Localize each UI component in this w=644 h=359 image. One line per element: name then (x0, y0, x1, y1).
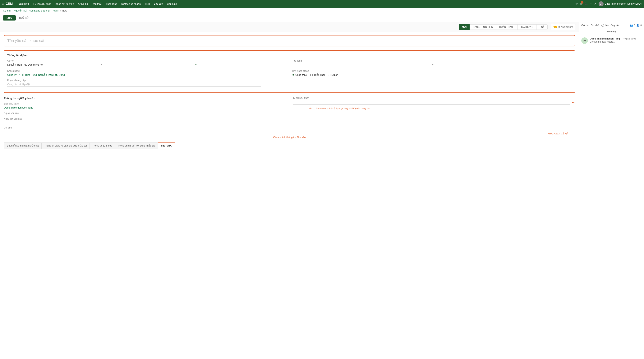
title-section (4, 35, 575, 47)
user-menu[interactable]: OT Odoo Implemenation Tung (VIETAN) (598, 1, 642, 6)
nav-menu-item-khảo-sát-thiết-kế[interactable]: Khảo sát thiết kế (54, 2, 76, 6)
status-step-0[interactable]: MỚI (459, 24, 470, 30)
hop-dong-col: Hợp đồng ▾ (292, 60, 572, 67)
co-hoi-field[interactable]: Nguyễn Trần Hữu Đăng's cơ hội ▾ ✎ (7, 63, 287, 67)
tab-item-2[interactable]: Thông tin từ Sales (90, 143, 115, 149)
khach-hang-value[interactable]: Công Ty TNHH Tùng Tùng, Nguyễn Trần Hữu … (7, 74, 287, 76)
radio-circle-chao-thau (292, 74, 294, 76)
ngay-gui-label-col: Ngày gửi yêu cầu (4, 118, 286, 121)
nav-menu-item-báo-cáo[interactable]: Báo cáo (152, 2, 165, 6)
applications-icon: 🤝 (553, 25, 557, 29)
message-count: 1 (581, 1, 584, 4)
add-note-button[interactable]: Ghi chú (591, 24, 599, 27)
status-step-2[interactable]: HOÀN THÀNH (496, 24, 518, 30)
radio-trien-khai[interactable]: Triển khai (310, 74, 325, 76)
chatter-counters: 👥 0 👤 0 (630, 24, 642, 27)
project-section-title: Thông tin dự án (7, 54, 572, 57)
breadcrumb-opportunity[interactable]: Nguyễn Trần Hữu Đăng's cơ hội (14, 9, 50, 12)
hop-dong-dropdown-arrow[interactable]: ▾ (432, 63, 572, 66)
requester-row: Thông tin người yêu cầu Sale phụ trách O… (4, 97, 575, 123)
main-container: MỚIĐANG THỰC HIỆNHOÀN THÀNHTẠM DỪNGHUỶ 🤝… (0, 22, 644, 358)
radio-chao-thau[interactable]: Chào thầu (292, 74, 307, 76)
co-hoi-external-link[interactable]: ✎ (195, 63, 287, 66)
send-message-button[interactable]: Gửi tin (581, 24, 588, 27)
ki-su-row: Kĩ sư phụ trách ← (293, 97, 575, 105)
ki-su-annotation: Kĩ sư phụ trách cụ thể sẽ được phòng KST… (293, 107, 575, 110)
ki-su-col: Kĩ sư phụ trách ← (293, 97, 575, 105)
watchers-count: 0 (640, 24, 642, 27)
nav-menu-item-tư-vấn-giải-pháp[interactable]: Tư vấn giải pháp (31, 2, 53, 6)
nguoi-yeu-cau-label-col: Người yêu cầu (4, 112, 286, 115)
co-hoi-dropdown-arrow[interactable]: ▾ (100, 63, 193, 66)
cancel-button[interactable]: HUỶ BỎ (18, 15, 30, 21)
tab-item-3[interactable]: Thông tin chi tiết nội dung khảo sát (114, 143, 158, 149)
followers-count: 0 (634, 24, 636, 27)
nav-menu-item-tkh[interactable]: TKH (143, 2, 152, 6)
sep3: / (60, 9, 61, 12)
nav-menu-item-dự-toán-lợi-nhuận[interactable]: Dự toán lợi nhuận (120, 2, 142, 6)
message-icon[interactable]: ✉ 1 (580, 2, 582, 6)
title-input[interactable] (7, 38, 572, 44)
chatter-today: Hôm nay (579, 28, 644, 35)
tabs-title: Các chi tiết thông tin đầu vào (4, 136, 575, 139)
clock-icon[interactable]: ◷ (590, 2, 592, 6)
schedule-activity-button[interactable]: ◯ Lên công việc (601, 24, 620, 27)
action-bar: LƯU HUỶ BỎ (0, 14, 644, 22)
ki-su-arrow[interactable]: ← (572, 101, 575, 105)
applications-count: 0 (558, 26, 560, 28)
form-row-2: Khách hàng Công Ty TNHH Tùng Tùng, Nguyễ… (7, 70, 572, 76)
requester-section-title: Thông tin người yêu cầu (4, 97, 286, 100)
chatter-msg-text-0: Creating a new record... (590, 41, 636, 43)
star-icon[interactable]: ☆ (576, 2, 578, 6)
nav-menu: Bán hàngTư vấn giải phápKhảo sát thiết k… (16, 2, 574, 6)
status-step-4[interactable]: HUỶ (536, 24, 548, 30)
files-annotation: Files KSTK trả về (548, 132, 567, 135)
ki-su-input[interactable] (293, 101, 570, 105)
chatter-toolbar: Gửi tin Ghi chú ◯ Lên công việc 👥 0 👤 0 (579, 22, 644, 28)
project-section-wrapper: Thông tin dự án Cơ hội Nguyễn Trần Hữu Đ… (4, 50, 575, 93)
tab-item-1[interactable]: Thông tin đăng ký vào khu vực khảo sát (42, 143, 90, 149)
status-step-1[interactable]: ĐANG THỰC HIỆN (470, 24, 496, 30)
status-step-3[interactable]: TẠM DỪNG (518, 24, 536, 30)
chatter-msg-header-0: Odoo Implemenation Tung · 40 phút trước (590, 37, 636, 40)
co-hoi-col: Cơ hội Nguyễn Trần Hữu Đăng's cơ hội ▾ ✎ (7, 60, 287, 67)
nav-right: ☆ ✉ 1 📞 ◷ ✕ OT Odoo Implemenation Tung (… (576, 1, 642, 6)
ki-su-field: ← (293, 101, 575, 105)
sale-value[interactable]: Odoo Implemenation Tung (4, 106, 286, 109)
ngay-gui-label: Ngày gửi yêu cầu (4, 118, 286, 120)
top-nav: ⁝⁝ CRM Bán hàngTư vấn giải phápKhảo sát … (0, 0, 644, 8)
requester-row-1: Sale phụ trách Odoo Implemenation Tung (4, 102, 286, 109)
followers-icon: 👥 (630, 24, 633, 27)
ghi-chu-section: Ghi chú (4, 126, 575, 129)
files-annotation-wrapper: Files KSTK trả về (4, 132, 575, 135)
sale-col: Sale phụ trách Odoo Implemenation Tung (4, 102, 286, 109)
tab-item-0[interactable]: Địa điểm & thời gian khảo sát (4, 143, 42, 149)
dot-separator: · (620, 38, 622, 40)
sale-label: Sale phụ trách (4, 102, 286, 105)
breadcrumb-co-hoi[interactable]: Cơ hội (3, 9, 10, 12)
tab-item-4[interactable]: File PATC (158, 143, 175, 149)
radio-du-an[interactable]: Dự án (328, 74, 338, 76)
tinh-trang-label: Tình trạng dự án (292, 70, 572, 72)
nav-menu-item-chào-giá[interactable]: Chào giá (76, 2, 90, 6)
nav-menu-item-đấu-thầu[interactable]: Đấu thầu (90, 2, 104, 6)
nav-menu-item-bán-hàng[interactable]: Bán hàng (16, 2, 31, 6)
nav-menu-item-cấu-hình[interactable]: Cấu hình (165, 2, 179, 6)
grid-icon[interactable]: ⁝⁝ (2, 2, 4, 6)
save-button[interactable]: LƯU (3, 15, 16, 21)
sep1: / (12, 9, 12, 12)
form-row-3: Phạm vi cung cấp Cung cấp và lắp đặt... (7, 79, 572, 87)
hop-dong-field[interactable]: ▾ (292, 63, 572, 67)
nav-menu-item-hợp-đồng[interactable]: Hợp đồng (104, 2, 119, 6)
chatter-avatar-0: OT (581, 37, 588, 44)
co-hoi-value: Nguyễn Trần Hữu Đăng's cơ hội (7, 63, 100, 66)
close-icon[interactable]: ✕ (594, 2, 597, 6)
phone-icon[interactable]: 📞 (584, 2, 588, 6)
chatter-msg-body-0: Odoo Implemenation Tung · 40 phút trước … (590, 37, 636, 44)
applications-button[interactable]: 🤝 0 Applications (551, 24, 576, 30)
pham-vi-input[interactable]: Cung cấp và lắp đặt... (7, 83, 261, 87)
title-section-wrapper: Tên phiếu (4, 35, 575, 47)
tabs-bar: Địa điểm & thời gian khảo sátThông tin đ… (4, 143, 575, 149)
breadcrumb-kstk[interactable]: KSTK (52, 9, 59, 12)
tinh-trang-radio-group: Chào thầu Triển khai Dự án (292, 74, 572, 76)
